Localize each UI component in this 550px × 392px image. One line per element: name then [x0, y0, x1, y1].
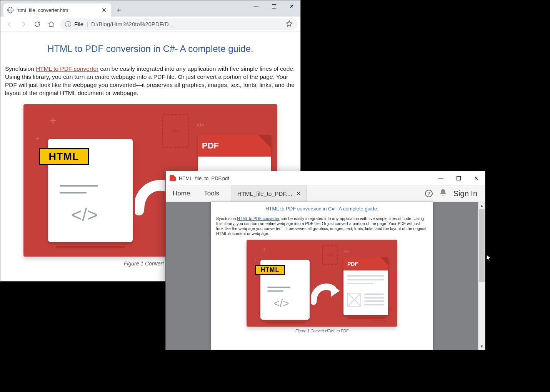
sign-in-link[interactable]: Sign In — [453, 189, 477, 198]
window-close-button[interactable]: ✕ — [283, 0, 300, 12]
url-separator: | — [87, 21, 88, 27]
nav-forward-button[interactable] — [17, 18, 30, 30]
decoration-plus-icon: + — [262, 245, 267, 254]
nav-back-button[interactable] — [3, 18, 16, 30]
pdf-badge-label: PDF — [347, 261, 358, 267]
arrow-icon — [311, 280, 341, 305]
decoration-plus-icon: + — [50, 114, 57, 127]
bookmark-star-icon[interactable] — [286, 20, 293, 28]
url-bar[interactable]: i File | D:/Blog/Html%20to%20PDF/D... — [60, 18, 297, 30]
acrobat-viewport: HTML to PDF conversion in C# - A complet… — [166, 202, 485, 350]
html-badge-label: HTML — [39, 148, 89, 165]
document-tab[interactable]: HTML_file_to_PDF.... ✕ — [232, 185, 307, 202]
pdf-intro-paragraph: Syncfusion HTML to PDF converter can be … — [216, 216, 428, 237]
decoration-plus-icon: + — [35, 134, 40, 143]
intro-lead: Syncfusion — [5, 65, 36, 72]
nav-home-button[interactable] — [45, 18, 57, 30]
browser-tab[interactable]: html_file_converter.htm ✕ — [3, 3, 111, 17]
window-maximize-button[interactable] — [265, 0, 283, 12]
pdf-figure: + + </> HTML </> — [216, 240, 428, 333]
document-tab-close-icon[interactable]: ✕ — [296, 190, 301, 197]
html-doc-icon: HTML </> — [48, 139, 133, 242]
mouse-cursor-icon — [486, 254, 493, 263]
globe-icon — [7, 7, 13, 13]
acrobat-window-title: HTML_file_to_PDF.pdf — [179, 175, 229, 181]
new-tab-button[interactable]: + — [113, 5, 124, 16]
intro-paragraph: Syncfusion HTML to PDF converter can be … — [4, 65, 297, 97]
pdf-illustration: + + </> HTML </> — [247, 240, 397, 327]
scroll-down-icon[interactable]: ▼ — [478, 343, 485, 350]
converter-link[interactable]: HTML to PDF converter — [36, 65, 98, 72]
decoration-ghost-doc-icon — [162, 114, 189, 148]
menu-tools[interactable]: Tools — [197, 185, 226, 202]
site-info-icon[interactable]: i — [65, 21, 71, 27]
document-tab-label: HTML_file_to_PDF.... — [237, 190, 292, 197]
notifications-bell-icon[interactable] — [439, 188, 447, 199]
pdf-page: HTML to PDF conversion in C# - A complet… — [211, 202, 433, 350]
window-close-button[interactable]: ✕ — [467, 171, 485, 185]
acrobat-window: HTML_file_to_PDF.pdf ― ✕ Home Tools HTML… — [165, 171, 485, 350]
svg-rect-0 — [272, 4, 276, 8]
url-scheme-label: File — [74, 21, 83, 27]
decoration-tag-icon: </> — [343, 250, 349, 254]
chrome-titlebar: html_file_converter.htm ✕ + ― ✕ — [0, 0, 300, 17]
svg-rect-1 — [457, 176, 460, 180]
menu-home[interactable]: Home — [166, 185, 197, 202]
decoration-ring-icon — [388, 307, 392, 311]
window-minimize-button[interactable]: ― — [247, 0, 265, 12]
decoration-plus-icon: + — [253, 257, 257, 263]
pdf-badge-label: PDF — [202, 141, 219, 151]
nav-reload-button[interactable] — [31, 18, 43, 30]
help-icon[interactable]: ? — [425, 190, 433, 197]
html-doc-icon: HTML </> — [260, 260, 310, 320]
window-minimize-button[interactable]: ― — [432, 171, 450, 185]
pdf-doc-icon: PDF — [343, 257, 388, 315]
scroll-up-icon[interactable]: ▲ — [478, 202, 485, 209]
decoration-tag-icon: </> — [197, 122, 204, 128]
decoration-ghost-doc-icon — [322, 245, 338, 265]
url-path: D:/Blog/Html%20to%20PDF/D... — [91, 21, 283, 27]
scroll-thumb[interactable] — [479, 209, 485, 282]
pdf-figure-caption: Figure 1 Convert HTML to PDF — [295, 329, 348, 333]
scroll-track[interactable] — [478, 209, 485, 343]
chrome-toolbar: i File | D:/Blog/Html%20to%20PDF/D... — [0, 17, 300, 32]
window-maximize-button[interactable] — [450, 171, 467, 185]
tab-close-icon[interactable]: ✕ — [102, 7, 107, 14]
scrollbar[interactable]: ▲ ▼ — [478, 202, 485, 350]
pdf-page-title: HTML to PDF conversion in C# - A complet… — [216, 206, 428, 212]
pdf-file-icon — [170, 175, 176, 181]
tab-title: html_file_converter.htm — [17, 7, 98, 13]
page-title: HTML to PDF conversion in C#- A complete… — [4, 43, 297, 54]
acrobat-menubar: Home Tools HTML_file_to_PDF.... ✕ ? Sign… — [166, 185, 485, 202]
pdf-converter-link[interactable]: HTML to PDF converter — [237, 216, 279, 221]
acrobat-titlebar: HTML_file_to_PDF.pdf ― ✕ — [166, 171, 485, 185]
pdf-intro-lead: Syncfusion — [216, 216, 237, 221]
html-badge-label: HTML — [255, 265, 285, 275]
